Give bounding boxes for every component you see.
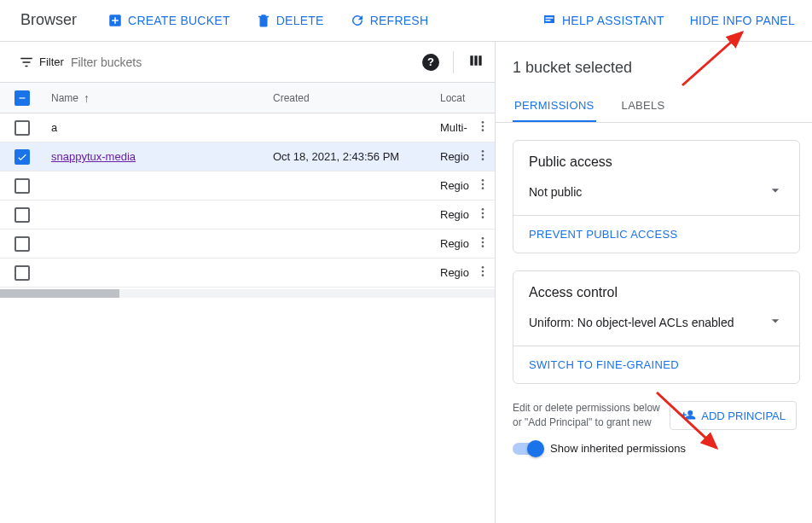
more-vert-icon xyxy=(476,264,490,278)
svg-point-7 xyxy=(482,183,484,186)
row-checkbox[interactable] xyxy=(14,265,30,281)
columns-icon xyxy=(467,52,484,69)
chevron-down-icon xyxy=(767,312,784,329)
svg-point-9 xyxy=(482,208,484,211)
svg-point-5 xyxy=(482,158,484,160)
bucket-name: a xyxy=(51,121,57,134)
svg-point-13 xyxy=(482,241,484,244)
svg-point-11 xyxy=(482,216,484,218)
svg-point-1 xyxy=(482,125,484,128)
person-add-icon xyxy=(681,408,696,423)
access-control-card: Access control Uniform: No object-level … xyxy=(513,270,800,384)
chevron-down-icon xyxy=(767,182,784,199)
select-all-checkbox[interactable] xyxy=(14,90,30,106)
public-access-card: Public access Not public PREVENT PUBLIC … xyxy=(513,140,800,253)
create-bucket-label: CREATE BUCKET xyxy=(128,14,230,27)
bucket-location: Multi- xyxy=(440,121,471,134)
svg-point-14 xyxy=(482,245,484,247)
row-checkbox[interactable] xyxy=(14,149,30,165)
access-control-value: Uniform: No object-level ACLs enabled xyxy=(529,316,734,329)
table-row[interactable]: aMulti- xyxy=(0,113,495,142)
toolbar: Browser CREATE BUCKET DELETE REFRESH HEL… xyxy=(0,0,812,41)
access-control-title: Access control xyxy=(529,285,784,300)
row-menu-button[interactable] xyxy=(476,264,490,281)
prevent-public-access-button[interactable]: PREVENT PUBLIC ACCESS xyxy=(513,215,799,253)
filter-bar: Filter ? xyxy=(0,42,495,83)
add-principal-label: ADD PRINCIPAL xyxy=(701,410,786,422)
row-checkbox[interactable] xyxy=(14,120,30,136)
refresh-label: REFRESH xyxy=(370,14,429,27)
svg-point-17 xyxy=(482,274,484,276)
svg-point-6 xyxy=(482,179,484,182)
table-row[interactable]: Regio xyxy=(0,259,495,288)
public-access-title: Public access xyxy=(529,154,784,170)
delete-label: DELETE xyxy=(276,14,324,27)
switch-fine-grained-button[interactable]: SWITCH TO FINE-GRAINED xyxy=(513,346,799,383)
row-menu-button[interactable] xyxy=(476,206,490,223)
more-vert-icon xyxy=(476,119,490,133)
tab-permissions[interactable]: PERMISSIONS xyxy=(513,90,596,122)
more-vert-icon xyxy=(476,235,490,249)
row-checkbox[interactable] xyxy=(14,178,30,194)
chat-icon xyxy=(542,13,557,28)
show-inherited-toggle[interactable] xyxy=(513,443,542,455)
hide-info-panel-label: HIDE INFO PANEL xyxy=(690,14,795,27)
row-menu-button[interactable] xyxy=(476,235,490,252)
table-row[interactable]: Regio xyxy=(0,200,495,230)
help-icon[interactable]: ? xyxy=(422,54,439,71)
help-assistant-label: HELP ASSISTANT xyxy=(562,14,664,27)
expand-public-access[interactable] xyxy=(767,182,784,201)
public-access-value: Not public xyxy=(529,185,582,199)
show-inherited-label: Show inherited permissions xyxy=(550,442,686,455)
svg-point-10 xyxy=(482,212,484,215)
table-row[interactable]: snappytux-mediaOct 18, 2021, 2:43:56 PMR… xyxy=(0,142,495,171)
row-menu-button[interactable] xyxy=(476,177,490,194)
bucket-link[interactable]: snappytux-media xyxy=(51,150,136,163)
sort-asc-icon: ↑ xyxy=(84,91,90,105)
row-checkbox[interactable] xyxy=(14,207,30,223)
row-checkbox[interactable] xyxy=(14,236,30,252)
separator xyxy=(453,51,454,73)
bucket-list-pane: Filter ? Name ↑ Created Locat aMulti-sna… xyxy=(0,41,495,523)
tab-labels[interactable]: LABELS xyxy=(620,90,667,122)
svg-point-15 xyxy=(482,266,484,269)
info-panel: 1 bucket selected PERMISSIONS LABELS Pub… xyxy=(495,41,812,523)
table-body: aMulti-snappytux-mediaOct 18, 2021, 2:43… xyxy=(0,113,495,288)
expand-access-control[interactable] xyxy=(767,312,784,332)
svg-point-8 xyxy=(482,187,484,189)
create-bucket-button[interactable]: CREATE BUCKET xyxy=(101,8,237,33)
hide-info-panel-button[interactable]: HIDE INFO PANEL xyxy=(683,9,802,32)
refresh-icon xyxy=(350,13,365,28)
svg-point-3 xyxy=(482,150,484,153)
more-vert-icon xyxy=(476,206,490,220)
more-vert-icon xyxy=(476,148,490,162)
panel-tabs: PERMISSIONS LABELS xyxy=(496,90,812,123)
bucket-location: Regio xyxy=(440,150,471,163)
table-row[interactable]: Regio xyxy=(0,171,495,200)
table-row[interactable]: Regio xyxy=(0,230,495,259)
row-menu-button[interactable] xyxy=(476,119,490,136)
more-vert-icon xyxy=(476,177,490,191)
permissions-hint: Edit or delete permissions below or "Add… xyxy=(513,401,663,430)
bucket-location: Regio xyxy=(440,266,471,279)
header-location[interactable]: Locat xyxy=(440,92,471,104)
scrollbar-thumb[interactable] xyxy=(0,289,119,298)
trash-icon xyxy=(256,13,271,28)
column-display-button[interactable] xyxy=(467,52,484,72)
table-header: Name ↑ Created Locat xyxy=(0,83,495,113)
bucket-created: Oct 18, 2021, 2:43:56 PM xyxy=(273,150,440,163)
svg-point-16 xyxy=(482,270,484,273)
delete-button[interactable]: DELETE xyxy=(249,8,331,33)
horizontal-scrollbar[interactable] xyxy=(0,289,495,298)
bucket-location: Regio xyxy=(440,237,471,250)
header-created[interactable]: Created xyxy=(273,92,440,104)
filter-label: Filter xyxy=(39,55,64,68)
refresh-button[interactable]: REFRESH xyxy=(343,8,436,33)
svg-point-12 xyxy=(482,237,484,240)
row-menu-button[interactable] xyxy=(476,148,490,165)
filter-input[interactable] xyxy=(71,55,422,69)
bucket-location: Regio xyxy=(440,208,471,221)
help-assistant-button[interactable]: HELP ASSISTANT xyxy=(535,8,671,33)
add-principal-button[interactable]: ADD PRINCIPAL xyxy=(670,401,797,430)
header-name[interactable]: Name ↑ xyxy=(44,91,273,105)
